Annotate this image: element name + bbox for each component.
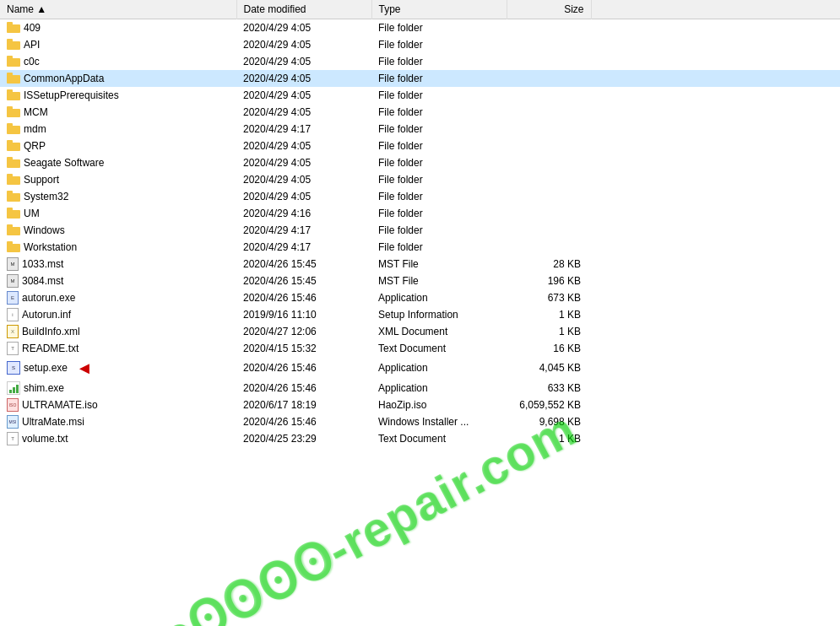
file-type-cell: File folder [371, 36, 507, 53]
file-extra-cell [591, 239, 840, 256]
file-name-cell: Support [0, 171, 236, 188]
table-row[interactable]: UM2020/4/29 4:16File folder [0, 205, 840, 222]
file-name-label: autorun.exe [22, 292, 75, 304]
file-name-cell: shim.exe [0, 380, 236, 397]
table-row[interactable]: XBuildInfo.xml2020/4/27 12:06XML Documen… [0, 323, 840, 340]
file-type-cell: File folder [371, 222, 507, 239]
table-row[interactable]: Workstation2020/4/29 4:17File folder [0, 239, 840, 256]
table-row[interactable]: CommonAppData2020/4/29 4:05File folder [0, 70, 840, 87]
folder-icon [7, 22, 20, 33]
file-type-cell: MST File [371, 256, 507, 273]
col-header-name[interactable]: Name ▲ [0, 0, 236, 19]
file-size-cell [507, 121, 591, 138]
folder-icon [7, 123, 20, 134]
file-type-cell: File folder [371, 87, 507, 104]
file-extra-cell [591, 256, 840, 273]
file-type-cell: File folder [371, 53, 507, 70]
file-name-label: 1033.mst [22, 258, 63, 270]
file-name-label: BuildInfo.xml [22, 326, 80, 337]
file-name-cell: c0c [0, 53, 236, 70]
file-name-label: c0c [24, 56, 40, 67]
file-name-cell: M3084.mst [0, 273, 236, 289]
folder-icon [7, 157, 20, 168]
folder-icon [7, 106, 20, 117]
file-size-cell [507, 188, 591, 205]
file-date-cell: 2020/4/29 4:05 [236, 53, 371, 70]
file-size-cell: 1 KB [507, 323, 591, 340]
file-name-label: Workstation [24, 241, 77, 253]
file-type-cell: File folder [371, 239, 507, 256]
file-type-cell: File folder [371, 121, 507, 138]
table-row[interactable]: 4092020/4/29 4:05File folder [0, 19, 840, 36]
file-list: Name ▲ Date modified Type Size 4092020/4… [0, 0, 840, 447]
file-size-cell [507, 70, 591, 87]
file-date-cell: 2020/4/29 4:05 [236, 188, 371, 205]
file-type-cell: Setup Information [371, 306, 507, 323]
file-extra-cell [591, 306, 840, 323]
table-row[interactable]: shim.exe2020/4/26 15:46Application633 KB [0, 380, 840, 397]
table-row[interactable]: API2020/4/29 4:05File folder [0, 36, 840, 53]
col-header-date[interactable]: Date modified [236, 0, 371, 19]
table-row[interactable]: TREADME.txt2020/4/15 15:32Text Document1… [0, 340, 840, 357]
table-row[interactable]: Windows2020/4/29 4:17File folder [0, 222, 840, 239]
file-type-cell: File folder [371, 19, 507, 36]
file-date-cell: 2020/4/29 4:05 [236, 104, 371, 121]
file-size-cell: 9,698 KB [507, 413, 591, 430]
file-date-cell: 2020/4/29 4:05 [236, 36, 371, 53]
file-date-cell: 2020/4/26 15:45 [236, 256, 371, 273]
file-size-cell: 6,059,552 KB [507, 397, 591, 413]
file-extra-cell [591, 397, 840, 413]
col-header-size[interactable]: Size [507, 0, 591, 19]
file-name-cell: UM [0, 205, 236, 222]
file-name-label: Seagate Software [24, 157, 104, 169]
table-row[interactable]: Support2020/4/29 4:05File folder [0, 171, 840, 188]
file-date-cell: 2020/4/26 15:45 [236, 273, 371, 289]
table-row[interactable]: MCM2020/4/29 4:05File folder [0, 104, 840, 121]
folder-icon [7, 73, 20, 84]
table-row[interactable]: M3084.mst2020/4/26 15:45MST File196 KB [0, 273, 840, 289]
table-row[interactable]: M1033.mst2020/4/26 15:45MST File28 KB [0, 256, 840, 273]
file-name-cell: Seagate Software [0, 154, 236, 171]
table-row[interactable]: ISOULTRAMATE.iso2020/6/17 18:19HaoZip.is… [0, 397, 840, 413]
col-header-type[interactable]: Type [371, 0, 507, 19]
table-row[interactable]: MSIUltraMate.msi2020/4/26 15:46Windows I… [0, 413, 840, 430]
file-size-cell [507, 19, 591, 36]
file-name-label: 3084.mst [22, 275, 63, 287]
file-extra-cell [591, 104, 840, 121]
table-row[interactable]: c0c2020/4/29 4:05File folder [0, 53, 840, 70]
file-type-cell: Text Document [371, 430, 507, 447]
file-date-cell: 2019/9/16 11:10 [236, 306, 371, 323]
file-size-cell: 1 KB [507, 430, 591, 447]
file-size-cell [507, 171, 591, 188]
table-row[interactable]: mdm2020/4/29 4:17File folder [0, 121, 840, 138]
table-row[interactable]: System322020/4/29 4:05File folder [0, 188, 840, 205]
table-row[interactable]: Ssetup.exe◄2020/4/26 15:46Application4,0… [0, 357, 840, 380]
table-row[interactable]: Seagate Software2020/4/29 4:05File folde… [0, 154, 840, 171]
file-name-label: System32 [24, 191, 68, 202]
file-extra-cell [591, 323, 840, 340]
file-name-label: MCM [24, 106, 48, 118]
file-name-cell: QRP [0, 138, 236, 154]
mst-icon: M [7, 257, 19, 271]
table-row[interactable]: QRP2020/4/29 4:05File folder [0, 138, 840, 154]
table-row[interactable]: ISSetupPrerequisites2020/4/29 4:05File f… [0, 87, 840, 104]
folder-icon [7, 140, 20, 151]
table-row[interactable]: Eautorun.exe2020/4/26 15:46Application67… [0, 289, 840, 306]
file-extra-cell [591, 154, 840, 171]
file-name-cell: API [0, 36, 236, 53]
folder-icon [7, 89, 20, 100]
file-size-cell: 4,045 KB [507, 357, 591, 380]
setup-exe-icon: S [7, 361, 20, 375]
file-name-label: UM [24, 208, 40, 219]
file-extra-cell [591, 19, 840, 36]
file-extra-cell [591, 340, 840, 357]
folder-icon [7, 208, 20, 219]
file-type-cell: Text Document [371, 340, 507, 357]
table-row[interactable]: iAutorun.inf2019/9/16 11:10Setup Informa… [0, 306, 840, 323]
file-extra-cell [591, 430, 840, 447]
file-name-cell: CommonAppData [0, 70, 236, 87]
file-name-cell: TREADME.txt [0, 340, 236, 357]
file-date-cell: 2020/4/29 4:05 [236, 138, 371, 154]
table-row[interactable]: Tvolume.txt2020/4/25 23:29Text Document1… [0, 430, 840, 447]
file-extra-cell [591, 70, 840, 87]
